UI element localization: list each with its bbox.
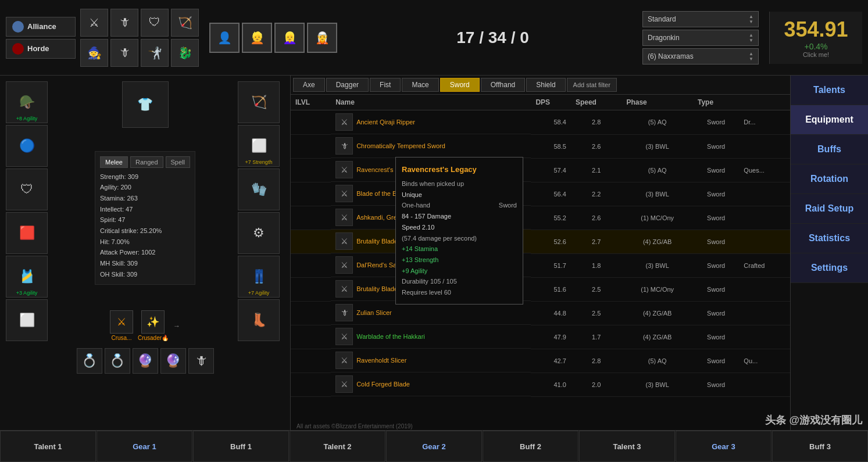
weapon-name-link[interactable]: Warblade of the Hakkari — [356, 333, 425, 340]
char-portrait-4[interactable]: 🧝 — [307, 23, 337, 53]
tooltip-type: Sword — [499, 200, 517, 211]
add-stat-filter-button[interactable]: Add stat filter — [567, 78, 617, 92]
col-name[interactable]: Name — [331, 95, 531, 110]
filter-dagger[interactable]: Dagger — [326, 78, 369, 92]
weapon-name-link[interactable]: Ravenholdt Slicer — [356, 357, 406, 364]
slot-chest2[interactable]: ⬜ +7 Strength — [238, 125, 280, 167]
slot-wrist[interactable]: ⬜ — [6, 299, 48, 341]
slot-oh[interactable]: 🗡 — [188, 348, 214, 374]
weapon-name-link[interactable]: Ancient Qiraji Ripper — [356, 119, 415, 126]
cell-phase: (3) BWL — [621, 253, 693, 277]
slot-trinket1[interactable]: 🔮 — [133, 348, 158, 374]
weapon-icon: ⚔ — [335, 352, 353, 369]
filter-offhand[interactable]: Offhand — [481, 78, 525, 92]
table-row[interactable]: ⚔ Dal'Rend's Sacred Charge 51.7 1.8 (3) … — [291, 253, 790, 277]
table-row[interactable]: ⚔ Ravencrest's Legacy 57.4 2.1 (5) AQ Sw… — [291, 158, 790, 182]
class-icon-8[interactable]: 🐉 — [171, 39, 199, 67]
table-row[interactable]: ⚔ Ravenholdt Slicer 42.7 2.8 (5) AQ Swor… — [291, 349, 790, 373]
mh-enchant[interactable]: ✨ Crusader🔥 — [138, 310, 169, 341]
col-ilvl[interactable]: ILVL — [291, 95, 331, 110]
tab-ranged[interactable]: Ranged — [130, 156, 163, 168]
table-row[interactable]: ⚔ Blade of the Black Flight 56.4 2.2 (3)… — [291, 182, 790, 206]
slot-trinket2[interactable]: 🔮 — [160, 348, 186, 374]
slot-ranged[interactable]: 🏹 — [238, 81, 280, 123]
bottom-tab-buff1[interactable]: Buff 1 — [193, 431, 289, 462]
nav-statistics[interactable]: Statistics — [791, 224, 868, 253]
table-row[interactable]: ⚔ Ancient Qiraji Ripper 58.4 2.8 (5) AQ … — [291, 110, 790, 135]
class-icon-3[interactable]: 🛡 — [141, 9, 169, 37]
class-icon-2[interactable]: 🗡 — [110, 9, 138, 37]
filter-mace[interactable]: Mace — [402, 78, 438, 92]
col-phase[interactable]: Phase — [621, 95, 693, 110]
bottom-tab-gear1[interactable]: Gear 1 — [97, 431, 192, 462]
dps-value: 354.91 — [784, 17, 848, 42]
col-speed[interactable]: Speed — [571, 95, 622, 110]
mh-weapon[interactable]: ⚔ Crusa... — [110, 310, 133, 341]
slot-boots[interactable]: 👢 — [238, 299, 280, 341]
tooltip-durability: Durability 105 / 105 — [402, 276, 517, 287]
table-row[interactable]: 🗡 Zulian Slicer 44.8 2.5 (4) ZG/AB Sword — [291, 301, 790, 325]
char-portrait-3[interactable]: 👱‍♀ — [274, 23, 305, 53]
table-row[interactable]: 🗡 Chromatically Tempered Sword 58.5 2.6 … — [291, 134, 790, 158]
nav-equipment[interactable]: Equipment — [791, 105, 868, 135]
slot-gloves[interactable]: 🧤 — [238, 169, 280, 210]
class-icon-5[interactable]: 🧙 — [80, 39, 108, 67]
table-row[interactable]: ⚔ Cold Forged Blade 41.0 2.0 (3) BWL Swo… — [291, 373, 790, 396]
filter-fist[interactable]: Fist — [370, 78, 401, 92]
class-icon-1[interactable]: ⚔ — [80, 9, 108, 37]
table-row[interactable]: ⚔ Brutality Blade 51.6 2.5 (1) MC/Ony Sw… — [291, 277, 790, 301]
weapon-name-link[interactable]: Brutality Blade — [356, 238, 398, 245]
cell-ilvl — [291, 325, 331, 349]
bottom-tab-gear2[interactable]: Gear 2 — [386, 431, 482, 462]
nav-talents[interactable]: Talents — [791, 76, 868, 105]
alliance-button[interactable]: Alliance — [6, 17, 76, 37]
char-portrait-1[interactable]: 👤 — [209, 23, 240, 53]
bottom-tab-talent1[interactable]: Talent 1 — [0, 431, 96, 462]
bottom-tab-buff3[interactable]: Buff 3 — [772, 431, 868, 462]
nav-settings[interactable]: Settings — [791, 253, 868, 283]
tooltip-stat3: +9 Agility — [402, 266, 517, 277]
bottom-tab-gear3[interactable]: Gear 3 — [676, 431, 771, 462]
table-row[interactable]: ⚔ Warblade of the Hakkari 47.9 1.7 (4) Z… — [291, 325, 790, 349]
weapon-name-link[interactable]: Zulian Slicer — [356, 309, 392, 316]
filter-sword[interactable]: Sword — [440, 78, 480, 92]
class-icon-4[interactable]: 🏹 — [171, 9, 199, 37]
naxxramas-select[interactable]: (6) Naxxramas ▲▼ — [642, 48, 759, 65]
dragonkin-select[interactable]: Dragonkin ▲▼ — [642, 30, 759, 46]
click-me-label[interactable]: Click me! — [803, 51, 829, 58]
table-row[interactable]: ⚔ Ashkandi, Greatsword... 55.2 2.6 (1) M… — [291, 206, 790, 230]
tab-melee[interactable]: Melee — [100, 156, 128, 168]
char-portrait-2[interactable]: 👱 — [242, 23, 272, 53]
col-dps[interactable]: DPS — [531, 95, 570, 110]
left-panel: 🪖 +8 Agility 🔵 🛡 🟥 🎽 +3 Agility ⬜ 👕 — [0, 76, 291, 430]
filter-shield[interactable]: Shield — [526, 78, 565, 92]
slot-ring1[interactable]: 💍 — [77, 348, 102, 374]
horde-button[interactable]: Horde — [6, 39, 76, 59]
slot-head[interactable]: 🪖 +8 Agility — [6, 81, 48, 123]
bottom-tab-buff2[interactable]: Buff 2 — [483, 431, 578, 462]
slot-belt[interactable]: ⚙ — [238, 212, 280, 254]
weapon-name-link[interactable]: Cold Forged Blade — [356, 381, 410, 388]
nav-raid-setup[interactable]: Raid Setup — [791, 194, 868, 224]
table-row[interactable]: ⚔ Brutality Blade 52.6 2.7 (4) ZG/AB Swo… — [291, 230, 790, 253]
slot-ring2[interactable]: 💍 — [105, 348, 130, 374]
slot-back[interactable]: 🟥 — [6, 212, 48, 254]
slot-shirt[interactable]: 👕 — [122, 81, 169, 128]
weapon-name-link[interactable]: Brutality Blade — [356, 285, 398, 292]
filter-axe[interactable]: Axe — [293, 78, 325, 92]
nav-buffs[interactable]: Buffs — [791, 135, 868, 164]
slot-shoulder[interactable]: 🛡 — [6, 169, 48, 210]
class-icon-7[interactable]: 🤺 — [141, 39, 169, 67]
slot-neck[interactable]: 🔵 — [6, 125, 48, 167]
standard-select[interactable]: Standard ▲▼ — [642, 11, 759, 27]
col-type[interactable]: Type — [693, 95, 739, 110]
bottom-tab-talent3[interactable]: Talent 3 — [579, 431, 675, 462]
tab-spell[interactable]: Spell — [166, 156, 190, 168]
slot-legs[interactable]: 👖 +7 Agility — [238, 256, 280, 298]
cell-ilvl — [291, 206, 331, 230]
nav-rotation[interactable]: Rotation — [791, 164, 868, 194]
weapon-name-link[interactable]: Chromatically Tempered Sword — [356, 142, 445, 149]
slot-chest[interactable]: 🎽 +3 Agility — [6, 256, 48, 298]
class-icon-6[interactable]: 🗡 — [110, 39, 138, 67]
bottom-tab-talent2[interactable]: Talent 2 — [290, 431, 385, 462]
